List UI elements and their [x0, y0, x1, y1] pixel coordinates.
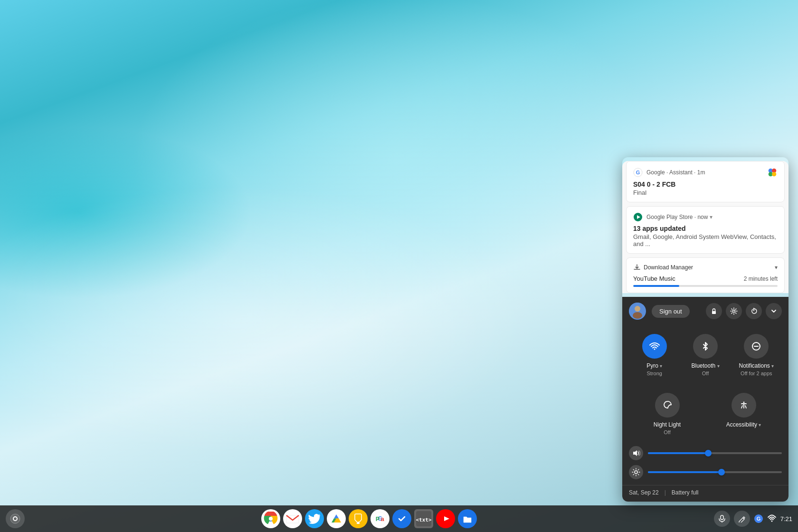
taskbar-app-keep[interactable]	[349, 509, 368, 528]
svg-point-23	[269, 517, 273, 521]
brightness-slider-thumb	[718, 469, 725, 475]
wifi-status-icon[interactable]	[767, 514, 777, 523]
taskbar-app-text-editor[interactable]: <txt>	[414, 509, 433, 528]
app-launcher-button[interactable]	[6, 509, 25, 528]
notifications-area: G Google · Assistant · 1m S04 0 - 2 FCB	[622, 161, 788, 293]
brightness-icon[interactable]	[629, 465, 643, 479]
notification-download[interactable]: Download Manager ▾ YouTube Music 2 minut…	[626, 257, 785, 293]
stylus-button[interactable]	[734, 511, 750, 527]
assistant-icon	[767, 167, 778, 178]
svg-rect-37	[721, 515, 723, 520]
svg-rect-11	[712, 311, 716, 314]
svg-text:a: a	[381, 515, 385, 522]
notif-body-play: Gmail, Google, Android System WebView, C…	[633, 233, 778, 247]
volume-icon[interactable]	[629, 446, 643, 460]
notifications-toggle[interactable]: Notifications ▾ Off for 2 apps	[731, 329, 782, 381]
taskbar: G P a <txt>	[0, 505, 798, 532]
taskbar-app-gmail[interactable]	[283, 509, 302, 528]
notifications-toggle-circle	[744, 334, 769, 359]
svg-text:<txt>: <txt>	[416, 517, 431, 523]
date-display: Sat, Sep 22	[629, 489, 659, 496]
taskbar-app-twitter[interactable]	[305, 509, 324, 528]
microphone-button[interactable]	[714, 511, 730, 527]
accessibility-toggle-circle	[732, 393, 756, 418]
expand-button[interactable]	[766, 303, 782, 319]
svg-text:P: P	[376, 515, 380, 522]
svg-point-16	[743, 402, 744, 403]
volume-slider-track[interactable]	[648, 452, 782, 454]
google-icon: G	[633, 168, 643, 177]
notif-title: S04 0 - 2 FCB	[633, 180, 778, 188]
notification-google-assistant[interactable]: G Google · Assistant · 1m S04 0 - 2 FCB	[626, 161, 785, 202]
volume-slider-row	[629, 446, 782, 460]
download-manager-label: Download Manager	[644, 264, 772, 271]
bluetooth-toggle-circle	[693, 334, 718, 359]
svg-point-18	[635, 471, 637, 474]
brightness-slider-fill	[648, 471, 722, 473]
user-row-icons	[706, 303, 782, 319]
svg-text:G: G	[636, 170, 640, 175]
download-progress-fill	[633, 285, 679, 287]
download-item-name: YouTube Music	[633, 275, 675, 282]
night-light-toggle-circle	[655, 393, 680, 418]
night-light-toggle[interactable]: Night Light Off	[629, 388, 705, 440]
svg-point-31	[396, 513, 408, 525]
volume-slider-thumb	[705, 450, 712, 456]
volume-slider-fill	[648, 452, 708, 454]
sign-out-button[interactable]: Sign out	[652, 305, 690, 318]
account-status[interactable]: G	[754, 514, 763, 523]
taskbar-right: G 7:21	[714, 511, 792, 527]
toggle-grid-row1: Pyro ▾ Strong Bluetooth ▾ Off	[622, 325, 788, 388]
bluetooth-toggle[interactable]: Bluetooth ▾ Off	[680, 329, 731, 381]
controls-area: Sign out	[622, 297, 788, 502]
desktop: G Google · Assistant · 1m S04 0 - 2 FCB	[0, 0, 798, 532]
download-progress-bar	[633, 285, 778, 287]
settings-button[interactable]	[726, 303, 742, 319]
svg-text:G: G	[756, 516, 760, 522]
sliders-area	[622, 444, 788, 485]
notif-body: Final	[633, 189, 778, 196]
wifi-toggle[interactable]: Pyro ▾ Strong	[629, 329, 680, 381]
taskbar-app-wallet[interactable]: G P a	[370, 509, 390, 528]
notif-title-play: 13 apps updated	[633, 225, 778, 232]
user-row: Sign out	[622, 297, 788, 325]
avatar[interactable]	[629, 303, 646, 320]
quick-settings-panel: G Google · Assistant · 1m S04 0 - 2 FCB	[622, 157, 788, 502]
svg-marker-17	[633, 450, 637, 456]
battery-status: Battery full	[672, 489, 699, 496]
taskbar-left	[6, 509, 25, 528]
download-chevron-icon: ▾	[775, 264, 778, 271]
notification-play-store[interactable]: Google Play Store · now ▾ 13 apps update…	[626, 206, 785, 254]
toggle-grid-row2: Night Light Off Accessibility ▾	[622, 388, 788, 444]
taskbar-app-youtube[interactable]	[436, 509, 455, 528]
svg-point-10	[633, 312, 642, 319]
svg-point-13	[654, 349, 655, 350]
taskbar-app-drive[interactable]	[327, 509, 346, 528]
svg-point-9	[635, 306, 640, 312]
download-icon	[633, 264, 641, 271]
taskbar-app-chrome[interactable]	[261, 509, 280, 528]
taskbar-app-tasks[interactable]	[392, 509, 411, 528]
svg-point-5	[772, 172, 776, 176]
accessibility-toggle[interactable]: Accessibility ▾	[705, 388, 782, 440]
lock-button[interactable]	[706, 303, 722, 319]
svg-point-12	[733, 310, 735, 313]
notif-source: Google · Assistant · 1m	[646, 169, 763, 176]
brightness-slider-row	[629, 465, 782, 479]
taskbar-app-files[interactable]	[458, 509, 477, 528]
status-bar: Sat, Sep 22 | Battery full	[622, 485, 788, 502]
system-clock: 7:21	[780, 515, 792, 522]
wifi-toggle-circle	[642, 334, 667, 359]
svg-point-41	[771, 520, 772, 522]
power-button[interactable]	[746, 303, 762, 319]
play-store-icon	[633, 212, 643, 222]
taskbar-apps: G P a <txt>	[25, 509, 714, 528]
svg-point-19	[10, 514, 20, 523]
download-time-left: 2 minutes left	[744, 276, 778, 282]
brightness-slider-track[interactable]	[648, 471, 782, 473]
notif-source-play: Google Play Store · now ▾	[646, 214, 778, 220]
